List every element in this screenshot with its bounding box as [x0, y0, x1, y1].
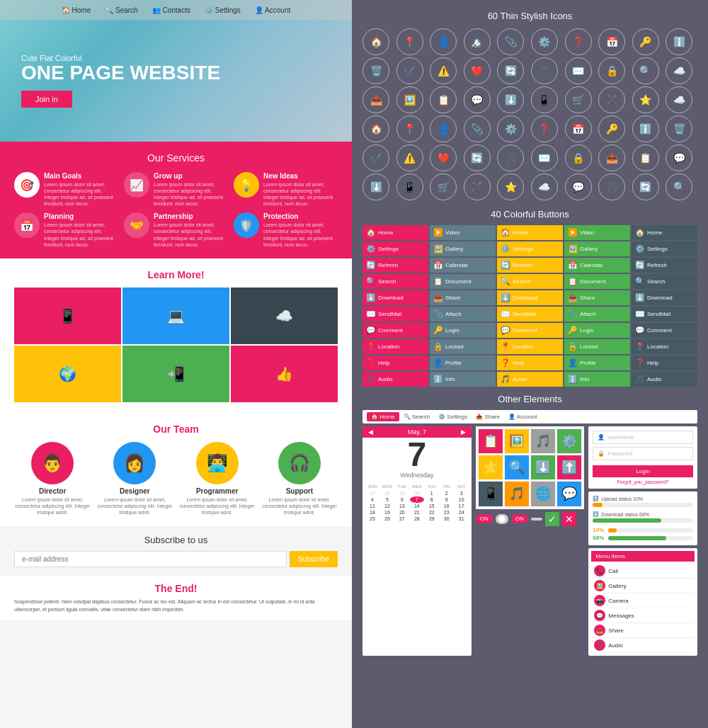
icon-location[interactable]: 📍: [396, 28, 423, 55]
btn-search-3[interactable]: 🔍Search: [632, 274, 697, 289]
icon-chat[interactable]: 💬: [464, 86, 491, 113]
btn-document-2[interactable]: 📋Document: [564, 274, 630, 289]
cal-cell-today[interactable]: 7: [410, 496, 424, 503]
btn-location-1[interactable]: 📍Location: [362, 339, 428, 354]
tile-up[interactable]: ⬆️: [557, 455, 581, 479]
icon-close[interactable]: ✖️: [598, 86, 625, 113]
toggle-off-1[interactable]: [496, 514, 508, 524]
icon-speech[interactable]: 💬: [565, 174, 592, 200]
btn-profile-1[interactable]: 👤Profile: [430, 356, 496, 370]
cal-cell[interactable]: 25: [365, 516, 379, 522]
btn-download-3[interactable]: ⬇️Download: [632, 290, 697, 305]
cal-cell[interactable]: 30: [410, 490, 424, 496]
btn-calendar-2[interactable]: 📅Calendar: [564, 258, 630, 273]
cal-cell[interactable]: 31: [455, 516, 469, 522]
cal-cell[interactable]: 8: [425, 496, 439, 503]
cal-cell[interactable]: 21: [410, 509, 424, 516]
btn-comment-2[interactable]: 💬Comment: [497, 323, 563, 338]
cal-cell[interactable]: 13: [395, 503, 409, 509]
btn-locked-1[interactable]: 🔒Locked: [430, 339, 496, 354]
menu-item-camera[interactable]: 📷 Camera: [591, 593, 695, 608]
menu-item-share[interactable]: 📤 Share: [591, 623, 695, 638]
cal-cell[interactable]: 14: [410, 503, 424, 509]
cal-cell[interactable]: 28: [380, 490, 394, 496]
icon-document[interactable]: 📋: [430, 86, 457, 113]
cal-cell[interactable]: 11: [365, 503, 379, 509]
toggle-on-1[interactable]: ON: [476, 514, 493, 523]
btn-help-3[interactable]: ❓Help: [632, 356, 697, 370]
btn-search-2[interactable]: 🔍Search: [497, 274, 563, 289]
menu-item-audio[interactable]: 🎵 Audio: [591, 638, 695, 653]
check-button[interactable]: ✓: [545, 512, 559, 526]
btn-share-1[interactable]: 📤Share: [430, 290, 496, 305]
btn-login-2[interactable]: 🔑Login: [564, 323, 630, 338]
cal-cell[interactable]: 2: [440, 490, 454, 496]
cal-cell[interactable]: 4: [365, 496, 379, 503]
cal-cell[interactable]: 28: [410, 516, 424, 522]
tile-doc[interactable]: 📋: [479, 429, 503, 453]
btn-help-1[interactable]: ❓Help: [362, 356, 428, 370]
btn-profile-2[interactable]: 👤Profile: [564, 356, 630, 370]
tile-dl[interactable]: ⬇️: [531, 455, 555, 479]
btn-download-1[interactable]: ⬇️Download: [362, 290, 428, 305]
tile-extra2[interactable]: 🎵: [505, 482, 529, 506]
icon-warning[interactable]: ⚠️: [430, 57, 457, 84]
icon-refresh[interactable]: 🔄: [497, 57, 524, 84]
cal-cell[interactable]: 9: [440, 496, 454, 503]
cal-cell[interactable]: 15: [425, 503, 439, 509]
icon-key-2[interactable]: 🔑: [598, 115, 625, 142]
menu-item-gallery[interactable]: 🖼️ Gallery: [591, 579, 695, 593]
icon-cart[interactable]: 🛒: [565, 86, 592, 113]
icon-music[interactable]: 🎵: [531, 57, 558, 84]
nav-account[interactable]: 👤 Account: [255, 6, 290, 14]
nav-account-item[interactable]: 👤 Account: [504, 412, 542, 421]
icon-lock[interactable]: 🔒: [598, 57, 625, 84]
username-field[interactable]: 👤 Username: [593, 431, 693, 444]
email-field[interactable]: [14, 551, 287, 567]
icon-trash[interactable]: 🗑️: [362, 57, 389, 84]
toggle-on-2[interactable]: ON: [511, 514, 528, 523]
icon-clip-2[interactable]: 📎: [464, 115, 491, 142]
btn-search-1[interactable]: 🔍Search: [362, 274, 428, 289]
icon-mail[interactable]: ✉️: [565, 57, 592, 84]
icon-star[interactable]: ⭐: [632, 86, 659, 113]
cal-cell[interactable]: 26: [380, 516, 394, 522]
cal-cell[interactable]: 16: [440, 503, 454, 509]
cal-cell[interactable]: 23: [440, 509, 454, 516]
icon-srch-3[interactable]: 🔍: [666, 174, 692, 200]
toggle-off-2[interactable]: [531, 518, 542, 521]
btn-audio-3[interactable]: 🎵Audio: [632, 372, 697, 387]
btn-sendmail-1[interactable]: ✉️SendMail: [362, 307, 428, 322]
cal-cell[interactable]: 6: [395, 496, 409, 503]
cal-cell[interactable]: 27: [365, 490, 379, 496]
tile-music[interactable]: 🎵: [531, 429, 555, 453]
btn-settings-1[interactable]: ⚙️Settings: [362, 241, 428, 256]
nav-home[interactable]: 🏠 Home: [62, 6, 91, 14]
icon-x-2[interactable]: ✖️: [464, 174, 491, 200]
btn-settings-3[interactable]: ⚙️Settings: [632, 241, 697, 256]
icon-mountain[interactable]: 🏔️: [464, 28, 491, 55]
nav-share-item[interactable]: 📤 Share: [472, 412, 504, 421]
btn-calendar-1[interactable]: 📅Calendar: [430, 258, 496, 273]
icon-check-2[interactable]: ✔️: [362, 144, 389, 171]
btn-gallery-1[interactable]: 🖼️Gallery: [430, 241, 496, 256]
btn-sendmail-3[interactable]: ✉️SendMail: [632, 307, 697, 322]
icon-cloud-2[interactable]: ☁️: [531, 174, 558, 200]
btn-video-1[interactable]: ▶️Video: [430, 225, 496, 240]
btn-document-1[interactable]: 📋Document: [430, 274, 496, 289]
btn-gallery-2[interactable]: 🖼️Gallery: [564, 241, 630, 256]
password-field[interactable]: 🔒 Password: [593, 447, 693, 460]
btn-audio-2[interactable]: 🎵Audio: [497, 372, 563, 387]
tile-extra3[interactable]: 🌐: [531, 482, 555, 506]
tile-search[interactable]: 🔍: [505, 455, 529, 479]
icon-pin[interactable]: 📍: [396, 115, 423, 142]
btn-refresh-1[interactable]: 🔄Refresh: [362, 258, 428, 273]
btn-attach-1[interactable]: 📎Attach: [430, 307, 496, 322]
cal-cell[interactable]: 22: [425, 509, 439, 516]
tile-star[interactable]: ⭐: [479, 455, 503, 479]
cal-cell[interactable]: 18: [365, 509, 379, 516]
cal-cell[interactable]: 5: [380, 496, 394, 503]
x-button[interactable]: ✕: [562, 512, 576, 526]
cal-prev[interactable]: ◀: [368, 428, 373, 436]
icon-ref-3[interactable]: 🔄: [632, 174, 659, 200]
